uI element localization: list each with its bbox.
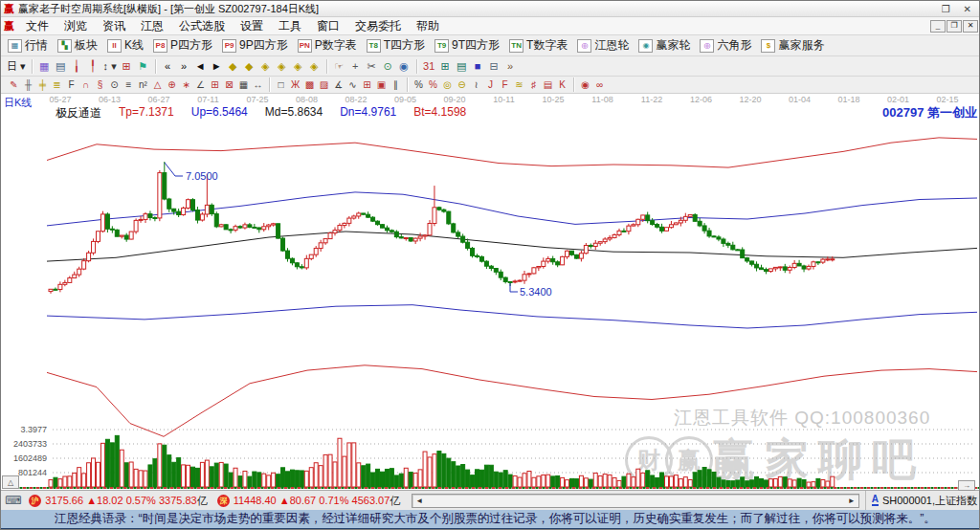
first-page-icon[interactable]: « (160, 58, 176, 74)
toolbar-button-winner-wheel[interactable]: ◉赢家轮 (634, 36, 695, 55)
clipboard-view-icon[interactable]: ▤ (53, 58, 69, 74)
color-flag-icon[interactable]: ⚑ (135, 58, 151, 74)
target-tool-icon[interactable]: ⊕ (165, 78, 179, 92)
export-icon[interactable]: » (502, 58, 519, 74)
toolbar-button-hexagon[interactable]: ◎六角形 (695, 36, 756, 55)
box3-tool-icon[interactable]: ▣ (374, 78, 389, 92)
diamond-tool-1-icon[interactable]: ◆ (225, 58, 241, 74)
gold-circle-tool-icon[interactable]: ◎ (440, 78, 455, 92)
angle2-tool-icon[interactable]: ∡ (331, 78, 345, 92)
gear-tool-icon[interactable]: ⊙ (380, 58, 396, 74)
scrollbar-right-arrow[interactable]: ► (848, 497, 856, 505)
infinity-tool-icon[interactable]: ∞ (592, 78, 607, 92)
measure-tool-icon[interactable]: ✂ (364, 58, 380, 74)
toolbar-button-quotes[interactable]: ▦行情 (3, 36, 53, 55)
menu-8[interactable]: 交易委托 (347, 17, 409, 35)
wave2-tool-icon[interactable]: ∿ (345, 78, 360, 92)
fibonacci-tool-icon[interactable]: F (64, 78, 78, 92)
mdi-minimize-button[interactable]: _ (930, 20, 946, 33)
pen-tool-icon[interactable]: ✎ (7, 78, 21, 92)
prev-bar-icon[interactable]: ◄ (192, 58, 209, 74)
toolbar-button-gann-wheel[interactable]: ◎江恩轮 (572, 36, 634, 55)
close-button[interactable]: ✕ (964, 4, 971, 14)
j-line-tool-icon[interactable]: J (483, 78, 498, 92)
grid2-tool-icon[interactable]: ⊞ (360, 78, 374, 92)
parallel-tool-icon[interactable]: ∥ (389, 78, 403, 92)
toolbar-button-kline[interactable]: llK线 (102, 36, 148, 55)
print-icon[interactable]: ⊟ (486, 58, 502, 74)
mdi-restore-button[interactable]: ❐ (947, 20, 962, 33)
compass-tool-icon[interactable]: ⊙ (107, 78, 122, 92)
percent-tool-icon[interactable]: % (412, 78, 426, 92)
period-day-selector-icon[interactable]: 日 ▾ (5, 58, 28, 74)
toolbar-button-p-digit-table[interactable]: PNP数字表 (293, 36, 362, 55)
image-view-icon[interactable]: ▦ (36, 58, 53, 74)
steps-red-tool-icon[interactable]: ♯ (526, 78, 541, 92)
gann-box-tool-icon[interactable]: ⊞ (208, 78, 222, 92)
toolbar-button-p-square[interactable]: P8P四方形 (148, 36, 217, 55)
shenzhen-index-icon[interactable]: 深 (217, 495, 230, 507)
wave-a-tool-icon[interactable]: △ (150, 78, 165, 92)
shanghai-index-icon[interactable]: 沪 (29, 495, 41, 507)
horizontal-scrollbar[interactable]: ◄ ► (412, 494, 858, 508)
updown-selector-icon[interactable]: ↕ ▾ (101, 58, 119, 74)
save-file-icon[interactable]: ■ (470, 58, 486, 74)
arc-tool-icon[interactable]: ∩ (78, 78, 93, 92)
save-layout-icon[interactable]: ▤ (454, 58, 470, 74)
restore-button[interactable]: ❐ (942, 4, 950, 14)
k-red-tool-icon[interactable]: K (555, 78, 569, 92)
menu-9[interactable]: 帮助 (409, 17, 447, 35)
kline-small-icon[interactable]: ╽ (69, 58, 85, 74)
current-index-label[interactable]: SH000001,上证指数 (882, 494, 977, 508)
kline-small-2-icon[interactable]: ╿ (85, 58, 101, 74)
indicator-window-icon[interactable]: ⊞ (119, 58, 135, 74)
rays-tool-icon[interactable]: Ж (288, 78, 302, 92)
bars-count-tool-icon[interactable]: ≡ (122, 78, 136, 92)
grid-tool-icon[interactable]: ▦ (236, 78, 251, 92)
toolbar-button-9t-square[interactable]: T99T四方形 (430, 36, 504, 55)
scrollbar-left-arrow[interactable]: ◄ (415, 497, 423, 505)
angle-tool-icon[interactable]: ∠ (193, 78, 208, 92)
pane-expand-button[interactable]: △ (2, 475, 19, 489)
keyboard-icon[interactable]: ⌨ (5, 494, 21, 507)
gold-line-tool-icon[interactable]: ⊖ (455, 78, 469, 92)
menu-1[interactable]: 浏览 (56, 17, 95, 35)
f-line-tool-icon[interactable]: F (498, 78, 512, 92)
toolbar-button-9p-square[interactable]: P99P四方形 (217, 36, 293, 55)
menu-0[interactable]: 文件 (18, 17, 56, 35)
menu-4[interactable]: 公式选股 (171, 17, 233, 35)
kline-chart-canvas[interactable]: 3.3977240373316024898012447.05005.3400 (1, 94, 980, 490)
taiji-tool-icon[interactable]: ◉ (578, 78, 592, 92)
spiral-tool-icon[interactable]: § (93, 78, 107, 92)
percent-red-tool-icon[interactable]: % (426, 78, 440, 92)
toolbar-button-winner-service[interactable]: $赢家服务 (756, 36, 829, 55)
menu-5[interactable]: 设置 (233, 17, 271, 35)
toolbar-button-sectors[interactable]: ▚板块 (53, 36, 102, 55)
mdi-close-button[interactable]: ✕ (963, 20, 978, 33)
toolbar-button-t-digit-table[interactable]: TNT数字表 (504, 36, 572, 55)
crosshair-tool-icon[interactable]: + (347, 58, 364, 74)
menu-6[interactable]: 工具 (271, 17, 309, 35)
gann-box2-tool-icon[interactable]: ⊠ (222, 78, 236, 92)
next-bar-icon[interactable]: ► (209, 58, 225, 74)
last-page-icon[interactable]: » (176, 58, 192, 74)
hand-tool-icon[interactable]: ☞ (331, 58, 347, 74)
red-box-tool-icon[interactable]: ▨ (317, 78, 331, 92)
globe-tool-icon[interactable]: ◉ (396, 58, 412, 74)
gann-grid-tool-icon[interactable]: ╫ (21, 78, 35, 92)
steps-tool-icon[interactable]: ≋ (512, 78, 526, 92)
red-grid-tool-icon[interactable]: ▩ (302, 78, 317, 92)
box-red2-tool-icon[interactable]: ▤ (541, 78, 555, 92)
extend-tool-icon[interactable]: ↔ (251, 78, 265, 92)
toolbar-button-t-square[interactable]: T8T四方形 (362, 36, 430, 55)
menu-7[interactable]: 窗口 (309, 17, 347, 35)
n-square-tool-icon[interactable]: n² (136, 78, 150, 92)
index-link-icon[interactable]: A (872, 495, 879, 506)
select-box-tool-icon[interactable]: □ (274, 78, 288, 92)
gann-fan-tool-icon[interactable]: ╪ (35, 78, 50, 92)
menu-3[interactable]: 江恩 (133, 17, 171, 35)
star-tool-icon[interactable]: ∗ (179, 78, 193, 92)
calculator-icon[interactable]: ⊞ (437, 58, 454, 74)
scroll-right-button[interactable]: → (958, 480, 975, 491)
menu-2[interactable]: 资讯 (95, 17, 133, 35)
